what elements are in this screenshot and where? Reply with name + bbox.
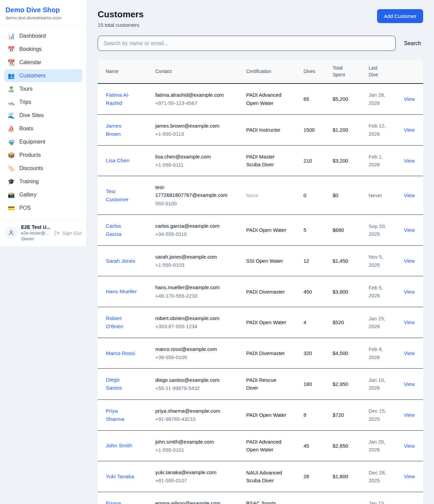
customer-total-spent: $680	[333, 227, 344, 233]
sidebar-item-trips[interactable]: 🛥️ Trips	[4, 96, 82, 109]
search-input[interactable]	[98, 36, 396, 51]
customer-name-link[interactable]: Priya Sharma	[106, 407, 137, 423]
customer-email: carlos.garcia@example.com	[155, 222, 233, 230]
page-title: Customers	[98, 9, 144, 20]
view-customer-link[interactable]: View	[404, 258, 415, 264]
customer-last-dive: Dec 15, 2025	[369, 407, 390, 423]
customer-total-spent: $3,800	[333, 289, 348, 295]
sidebar-item-tours[interactable]: 🏝️ Tours	[4, 82, 82, 95]
customer-phone: +971-55-123-4567	[155, 99, 238, 107]
view-customer-link[interactable]: View	[404, 127, 415, 133]
customer-name-link[interactable]: James Brown	[106, 122, 137, 138]
island-icon: 🏝️	[7, 86, 15, 92]
sidebar-item-calendar[interactable]: 📆 Calendar	[4, 56, 82, 69]
customer-last-dive: Jan 28, 2026	[369, 91, 390, 107]
add-customer-button[interactable]: Add Customer	[377, 9, 423, 23]
sidebar-item-discounts[interactable]: 🏷️ Discounts	[4, 162, 82, 175]
view-customer-link[interactable]: View	[404, 289, 415, 295]
customer-name-link[interactable]: Diego Santos	[106, 376, 137, 392]
customer-last-dive: Jan 10, 2026	[369, 376, 390, 392]
sign-out-button[interactable]: Sign Out	[54, 230, 82, 236]
customers-table-card: NameContactCertificationDivesTotal Spent…	[98, 60, 423, 504]
sidebar-item-products[interactable]: 📦 Products	[4, 149, 82, 162]
customer-total-spent: $1,450	[333, 258, 348, 264]
customer-phone: 555-0100	[155, 200, 238, 207]
customer-email: yuki.tanaka@example.com	[155, 468, 233, 476]
customer-email: james.brown@example.com	[155, 122, 233, 130]
customer-last-dive: Sep 20, 2025	[369, 222, 390, 238]
customer-total-spent: $720	[333, 412, 344, 418]
view-customer-link[interactable]: View	[404, 443, 415, 449]
sidebar-item-customers[interactable]: 👥 Customers	[4, 69, 82, 82]
sidebar-item-bookings[interactable]: 📅 Bookings	[4, 43, 82, 56]
column-header-actions	[400, 60, 423, 83]
customer-email: sarah.jones@example.com	[155, 253, 233, 261]
view-customer-link[interactable]: View	[404, 412, 415, 418]
view-customer-link[interactable]: View	[404, 158, 415, 164]
customer-certification: None	[246, 191, 258, 199]
sidebar-item-dashboard[interactable]: 📊 Dashboard	[4, 30, 82, 42]
customer-name-link[interactable]: Marco Rossi	[106, 349, 135, 357]
customer-name-link[interactable]: Fatima Al-Rashid	[106, 91, 137, 107]
customer-dives: 180	[303, 381, 312, 387]
customer-row: James Brown james.brown@example.com +1-5…	[98, 114, 423, 145]
main-content: Customers 15 total customers Add Custome…	[87, 0, 434, 504]
customer-total-spent: $3,200	[333, 158, 348, 164]
view-customer-link[interactable]: View	[404, 192, 415, 198]
search-button[interactable]: Search	[402, 39, 423, 48]
customer-last-dive: Dec 28, 2025	[369, 469, 390, 485]
customer-phone: +81-555-0107	[155, 477, 238, 484]
customer-name-link[interactable]: Yuki Tanaka	[106, 472, 134, 481]
customer-total-spent: $5,200	[333, 96, 348, 102]
page-header-text: Customers 15 total customers	[98, 9, 144, 28]
camera-icon: 📸	[7, 192, 15, 198]
customer-dives: 12	[303, 258, 309, 264]
customer-name-link[interactable]: Sarah Jones	[106, 257, 135, 265]
customer-dives: 8	[303, 412, 306, 418]
customer-row: Marco Rossi marco.rossi@example.com +39-…	[98, 338, 423, 369]
view-customer-link[interactable]: View	[404, 319, 415, 325]
customer-row: Sarah Jones sarah.jones@example.com +1-5…	[98, 245, 423, 276]
customer-name-link[interactable]: Carlos Garcia	[106, 222, 137, 238]
customer-email: diego.santos@example.com	[155, 376, 233, 384]
search-row: Search	[98, 36, 423, 51]
column-header-total-spent: Total Spent	[329, 60, 364, 83]
view-customer-link[interactable]: View	[404, 350, 415, 356]
view-customer-link[interactable]: View	[404, 96, 415, 102]
sidebar-item-equipment[interactable]: 🤿 Equipment	[4, 135, 82, 148]
customer-name-link[interactable]: Emma Wilson	[106, 499, 137, 504]
customer-row: Lisa Chen lisa.chen@example.com +1-555-0…	[98, 145, 423, 176]
sidebar-item-boats[interactable]: ⛵ Boats	[4, 122, 82, 135]
customer-row: Carlos Garcia carlos.garcia@example.com …	[98, 214, 423, 245]
sidebar-item-pos[interactable]: 💳 POS	[4, 202, 82, 214]
customer-name-link[interactable]: Lisa Chen	[106, 156, 130, 165]
column-header-last-dive: Last Dive	[364, 60, 400, 83]
customer-row: Emma Wilson emma.wilson@example.com +44-…	[98, 492, 423, 504]
customer-last-dive: Feb 8, 2026	[369, 345, 390, 361]
customer-dives: 0	[303, 192, 306, 198]
view-customer-link[interactable]: View	[404, 227, 415, 233]
customer-dives: 210	[303, 158, 312, 164]
customer-name-link[interactable]: Test Customer	[106, 187, 137, 204]
customer-row: Test Customer test-1772681807767@example…	[98, 176, 423, 215]
customer-certification: PADI Open Water	[246, 318, 286, 326]
customer-last-dive: Never	[369, 191, 382, 199]
sidebar-item-training[interactable]: 🎓 Training	[4, 175, 82, 188]
customer-name-link[interactable]: John Smith	[106, 442, 132, 450]
diving-mask-icon: 🤿	[7, 139, 15, 145]
customer-last-dive: Nov 5, 2025	[369, 253, 390, 269]
user-email: e2e-tester@...	[21, 230, 51, 236]
sidebar-item-dive-sites[interactable]: 🌊 Dive Sites	[4, 109, 82, 122]
customer-last-dive: Feb 1, 2026	[369, 153, 390, 169]
table-header: NameContactCertificationDivesTotal Spent…	[98, 60, 423, 83]
shop-domain: demo.test.divestreams.com	[5, 15, 81, 20]
view-customer-link[interactable]: View	[404, 381, 415, 387]
customer-certification: PADI Open Water	[246, 226, 286, 234]
customer-name-link[interactable]: Robert O'Brien	[106, 314, 137, 331]
customer-name-link[interactable]: Hans Mueller	[106, 287, 137, 296]
sidebar-item-gallery[interactable]: 📸 Gallery	[4, 188, 82, 201]
view-customer-link[interactable]: View	[404, 473, 415, 479]
package-icon: 📦	[7, 152, 15, 158]
customer-row: Yuki Tanaka yuki.tanaka@example.com +81-…	[98, 461, 423, 492]
sidebar-header: Demo Dive Shop demo.test.divestreams.com	[0, 0, 86, 26]
